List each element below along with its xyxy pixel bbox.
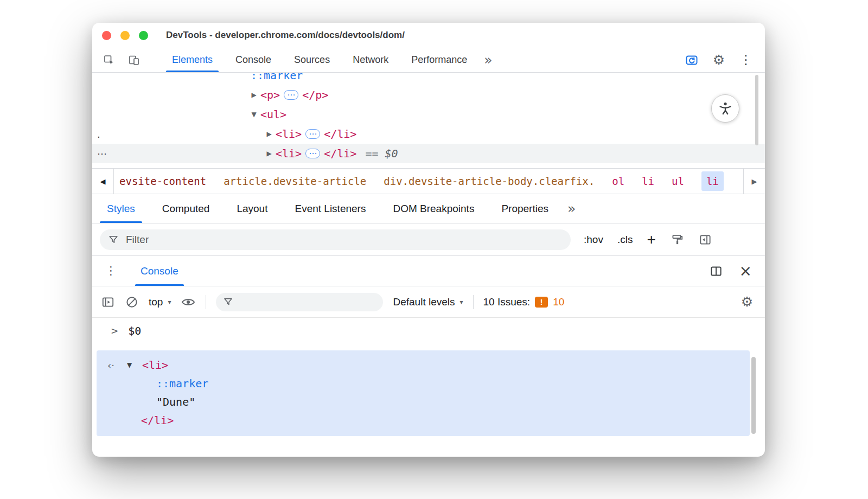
tag-open: <ul> <box>260 108 286 121</box>
expander-expanded-icon[interactable]: ▼ <box>247 111 260 118</box>
clear-console-icon[interactable] <box>125 295 139 309</box>
console-filter-field[interactable] <box>216 293 383 311</box>
dom-row-li-1[interactable]: . ▶ <li> ⋯ </li> <box>92 124 765 144</box>
console-settings-gear-icon[interactable]: ⚙ <box>738 293 756 311</box>
expander-collapsed-icon[interactable]: ▶ <box>247 91 260 99</box>
breadcrumb-item-selected[interactable]: li <box>701 171 724 191</box>
dom-row-p[interactable]: ▶ <p> ⋯ </p> <box>92 85 765 105</box>
ellipsis-expander-button[interactable]: ⋯ <box>305 149 320 158</box>
toolbar-right-icons: ⚙ ⋮ <box>682 48 765 72</box>
tab-styles[interactable]: Styles <box>93 194 149 223</box>
drawer-kebab-menu-icon[interactable]: ⋮ <box>105 265 117 277</box>
breadcrumb-item[interactable]: div.devsite-article-body.clearfix. <box>384 175 595 187</box>
log-levels-selector[interactable]: Default levels ▾ <box>393 296 463 308</box>
eye-icon[interactable] <box>181 295 196 310</box>
tag-close: </li> <box>324 147 356 160</box>
tab-sources[interactable]: Sources <box>283 48 341 72</box>
tab-performance[interactable]: Performance <box>400 48 478 72</box>
dom-tree-scrollbar[interactable] <box>755 75 758 145</box>
console-scrollbar[interactable] <box>751 357 756 434</box>
tab-label: Properties <box>501 203 548 215</box>
tag-open: <p> <box>260 88 280 101</box>
breadcrumb-item[interactable]: evsite-content <box>119 175 206 187</box>
tab-label: Layout <box>237 203 267 215</box>
zoom-window-button[interactable] <box>139 31 148 40</box>
inspect-element-icon[interactable] <box>100 51 118 69</box>
issues-badge-icon: ! <box>535 297 548 308</box>
breadcrumb-scroll-right-icon[interactable]: ▶ <box>743 169 765 194</box>
breadcrumb-item[interactable]: li <box>642 175 654 187</box>
tag-open: <li> <box>142 359 168 372</box>
tab-console[interactable]: Console <box>224 48 283 72</box>
tab-properties[interactable]: Properties <box>488 194 562 223</box>
close-window-button[interactable] <box>102 31 111 40</box>
dock-side-icon[interactable] <box>698 233 712 247</box>
device-toolbar-icon[interactable] <box>125 51 143 69</box>
result-line-text: "Dune" <box>97 393 750 411</box>
devtools-main-toolbar: Elements Console Sources Network Perform… <box>92 48 765 73</box>
tab-label: Computed <box>162 203 210 215</box>
context-selector-label: top <box>149 296 163 308</box>
filter-funnel-icon <box>222 296 234 308</box>
chevron-down-icon: ▾ <box>460 298 463 306</box>
screencast-icon[interactable] <box>682 51 701 69</box>
more-tabs-icon[interactable]: » <box>478 48 497 72</box>
tab-label: Event Listeners <box>295 203 366 215</box>
filter-funnel-icon <box>107 234 119 246</box>
settings-gear-icon[interactable]: ⚙ <box>710 51 728 69</box>
result-line-marker: ::marker <box>97 374 750 393</box>
expander-collapsed-icon[interactable]: ▶ <box>263 150 276 157</box>
console-result-block[interactable]: ‹· ▼ <li> ::marker "Dune" </li> <box>97 350 750 436</box>
exclamation-mark: ! <box>540 298 543 306</box>
breadcrumb-scroll-left-icon[interactable]: ◀ <box>92 169 114 194</box>
tab-event-listeners[interactable]: Event Listeners <box>281 194 379 223</box>
breadcrumb-item[interactable]: ul <box>672 175 684 187</box>
tab-dom-breakpoints[interactable]: DOM Breakpoints <box>379 194 488 223</box>
tab-computed[interactable]: Computed <box>149 194 224 223</box>
breadcrumb-bar: ◀ evsite-content article.devsite-article… <box>92 168 765 194</box>
more-tabs-icon[interactable]: » <box>562 194 581 223</box>
accessibility-person-icon[interactable] <box>711 94 739 123</box>
clipped-text-dot: . <box>97 129 100 140</box>
expander-collapsed-icon[interactable]: ▶ <box>263 130 276 138</box>
tab-console-drawer[interactable]: Console <box>133 256 186 286</box>
tab-elements[interactable]: Elements <box>161 48 224 72</box>
toggle-hover-state-button[interactable]: :hov <box>584 234 603 246</box>
ellipsis-expander-button[interactable]: ⋯ <box>284 90 298 100</box>
tab-label: DOM Breakpoints <box>393 203 474 215</box>
context-selector[interactable]: top ▾ <box>149 296 171 308</box>
console-drawer-header: ⋮ Console × <box>92 256 765 286</box>
paint-brush-icon[interactable] <box>670 233 684 247</box>
ellipsis-expander-button[interactable]: ⋯ <box>305 129 320 139</box>
dom-row-marker[interactable]: ::marker <box>92 73 765 85</box>
tag-close: </li> <box>324 127 356 140</box>
pseudo-element-label: ::marker <box>156 377 208 390</box>
new-style-rule-button[interactable]: + <box>647 232 655 247</box>
divider <box>473 295 474 309</box>
toggle-class-button[interactable]: .cls <box>617 234 633 246</box>
console-toolbar: top ▾ Default levels ▾ 10 Issues: ! <box>92 286 765 318</box>
kebab-menu-icon[interactable]: ⋮ <box>737 51 755 69</box>
styles-filter-input[interactable] <box>126 234 563 246</box>
split-panel-icon[interactable] <box>709 264 723 278</box>
tab-layout[interactable]: Layout <box>223 194 281 223</box>
minimize-window-button[interactable] <box>120 31 130 40</box>
issues-button[interactable]: 10 Issues: ! 10 <box>483 296 565 308</box>
breadcrumb-item[interactable]: article.devsite-article <box>224 175 366 187</box>
tab-network[interactable]: Network <box>341 48 400 72</box>
tab-label: Styles <box>107 203 135 215</box>
dom-row-li-selected[interactable]: ⋯ ▶ <li> ⋯ </li> == $0 <box>92 144 765 163</box>
breadcrumb-item[interactable]: ol <box>612 175 624 187</box>
tab-label: Sources <box>294 54 330 66</box>
tag-open: <li> <box>276 147 302 160</box>
drawer-header-icons: × <box>709 256 765 286</box>
console-filter-input[interactable] <box>238 296 376 308</box>
equals-sign: == <box>365 147 378 160</box>
dom-row-ul[interactable]: ▼ <ul> <box>92 105 765 124</box>
tab-label: Console <box>141 265 178 277</box>
console-sidebar-icon[interactable] <box>101 295 115 309</box>
tag-open: <li> <box>276 127 302 140</box>
close-drawer-icon[interactable]: × <box>739 264 752 279</box>
styles-filter-field[interactable] <box>100 229 571 250</box>
expander-expanded-icon[interactable]: ▼ <box>127 361 142 369</box>
